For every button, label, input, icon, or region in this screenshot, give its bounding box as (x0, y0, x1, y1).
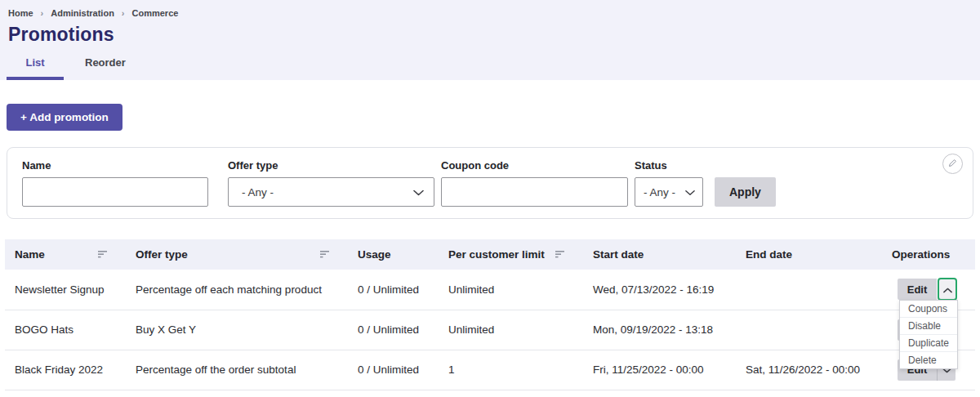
main-content: + Add promotion Name Offer type - Any - … (0, 80, 980, 390)
pencil-icon (947, 158, 958, 171)
filter-coupon-code-field: Coupon code (441, 159, 628, 207)
table-header-row: Name Offer type Usage (5, 239, 975, 270)
filter-offer-type-field: Offer type - Any - (228, 159, 434, 207)
offer-type-select[interactable]: - Any - (228, 177, 434, 207)
operations-dropdown-menu: Coupons Disable Duplicate Delete (899, 300, 958, 369)
filter-status-field: Status - Any - (635, 159, 703, 207)
cell-offer-type: Percentage off the order subtotal (126, 350, 348, 390)
cell-end-date: Sat, 11/26/2022 - 00:00 (736, 350, 882, 390)
tab-reorder[interactable]: Reorder (83, 49, 127, 80)
dropdown-toggle-button[interactable] (938, 278, 957, 301)
edit-button[interactable]: Edit (898, 279, 937, 300)
page-title: Promotions (8, 24, 972, 46)
tabs: List Reorder (7, 49, 127, 80)
cell-per-customer-limit: Unlimited (439, 270, 583, 310)
cell-start-date: Wed, 07/13/2022 - 16:19 (583, 270, 736, 310)
menu-item-duplicate[interactable]: Duplicate (900, 335, 957, 351)
column-header-operations: Operations (882, 239, 975, 270)
filter-panel: Name Offer type - Any - Coupon code Stat… (7, 147, 973, 219)
cell-offer-type: Buy X Get Y (126, 310, 348, 350)
chevron-down-icon (685, 186, 695, 198)
apply-button[interactable]: Apply (715, 177, 776, 207)
cell-usage: 0 / Unlimited (348, 270, 439, 310)
cell-per-customer-limit: Unlimited (439, 310, 583, 350)
cell-end-date (736, 270, 882, 310)
column-label: End date (746, 248, 792, 261)
column-header-usage: Usage (348, 239, 439, 270)
menu-item-disable[interactable]: Disable (900, 318, 957, 334)
column-header-start-date: Start date (583, 239, 736, 270)
column-label: Usage (358, 248, 391, 261)
breadcrumb-home[interactable]: Home (8, 8, 33, 18)
cell-name: Newsletter Signup (5, 270, 126, 310)
coupon-code-label: Coupon code (441, 159, 628, 172)
breadcrumb-separator-icon: › (122, 8, 125, 18)
column-label: Per customer limit (448, 248, 545, 261)
edit-filters-button[interactable] (942, 154, 963, 174)
filter-name-field: Name (22, 159, 208, 207)
status-select[interactable]: - Any - (635, 177, 703, 207)
name-label: Name (22, 159, 208, 172)
column-header-offer-type[interactable]: Offer type (126, 239, 348, 270)
sort-icon (555, 248, 565, 261)
name-input[interactable] (22, 177, 208, 207)
status-label: Status (635, 159, 703, 172)
breadcrumb-separator-icon: › (41, 8, 44, 18)
cell-start-date: Mon, 09/19/2022 - 13:18 (583, 310, 736, 350)
breadcrumb-administration[interactable]: Administration (51, 8, 114, 18)
table-row: Black Friday 2022 Percentage off the ord… (5, 350, 975, 390)
cell-name: Black Friday 2022 (5, 350, 126, 390)
page-header: Home › Administration › Commerce Promoti… (0, 0, 980, 80)
cell-start-date: Fri, 11/25/2022 - 00:00 (583, 350, 736, 390)
column-header-end-date: End date (736, 239, 882, 270)
column-label: Operations (892, 248, 950, 261)
cell-operations: Edit Coupons Disable Duplicate Delete (882, 270, 975, 310)
dropbutton: Edit Coupons Disable Duplicate Delete (898, 278, 957, 301)
cell-usage: 0 / Unlimited (348, 350, 439, 390)
add-promotion-button[interactable]: + Add promotion (7, 104, 122, 131)
cell-name: BOGO Hats (5, 310, 126, 350)
breadcrumb: Home › Administration › Commerce (8, 8, 972, 18)
column-header-name[interactable]: Name (5, 239, 126, 270)
cell-offer-type: Percentage off each matching product (126, 270, 348, 310)
cell-usage: 0 / Unlimited (348, 310, 439, 350)
coupon-code-input[interactable] (441, 177, 628, 207)
offer-type-selected-value: - Any - (242, 186, 274, 198)
breadcrumb-commerce[interactable]: Commerce (132, 8, 179, 18)
promotions-table: Name Offer type Usage (5, 239, 975, 390)
table-row: Newsletter Signup Percentage off each ma… (5, 270, 975, 310)
offer-type-label: Offer type (228, 159, 434, 172)
tab-list[interactable]: List (7, 49, 64, 80)
column-label: Start date (593, 248, 644, 261)
menu-item-coupons[interactable]: Coupons (900, 301, 957, 317)
cell-per-customer-limit: 1 (439, 350, 583, 390)
chevron-down-icon (413, 186, 424, 198)
table-row: BOGO Hats Buy X Get Y 0 / Unlimited Unli… (5, 310, 975, 350)
status-selected-value: - Any - (644, 186, 675, 198)
column-label: Name (15, 248, 45, 261)
cell-end-date (736, 310, 882, 350)
sort-icon (98, 248, 108, 261)
sort-icon (320, 248, 330, 261)
menu-item-delete[interactable]: Delete (900, 352, 957, 368)
chevron-up-icon (943, 283, 952, 296)
column-header-per-customer-limit[interactable]: Per customer limit (439, 239, 583, 270)
column-label: Offer type (136, 248, 188, 261)
